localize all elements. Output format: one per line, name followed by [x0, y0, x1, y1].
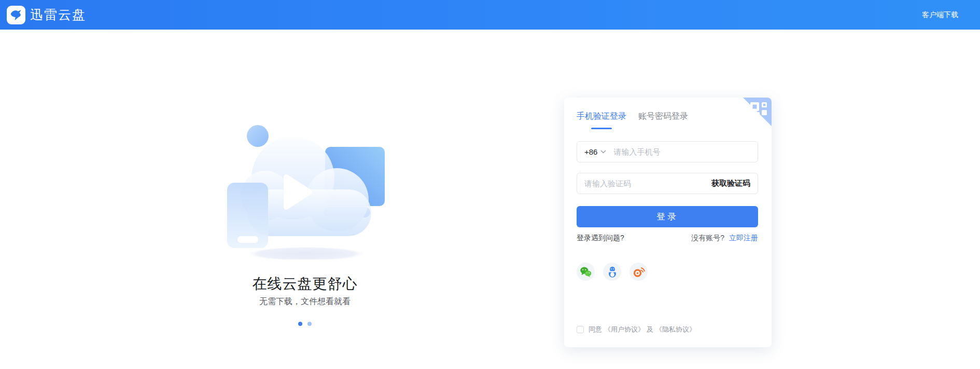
- login-trouble-link[interactable]: 登录遇到问题?: [577, 234, 624, 243]
- qr-code-icon: [743, 98, 772, 126]
- hero-title: 在线云盘更舒心: [227, 274, 383, 294]
- user-agreement-link[interactable]: 《用户协议》: [604, 325, 645, 334]
- code-field: 获取验证码: [577, 173, 758, 194]
- client-download-link[interactable]: 客户端下载: [922, 0, 958, 30]
- qq-login-button[interactable]: [603, 263, 621, 281]
- social-login-row: [577, 263, 648, 281]
- phone-field: +86: [577, 141, 758, 162]
- helper-row: 登录遇到问题? 没有账号? 立即注册: [577, 234, 758, 243]
- hero-subtitle: 无需下载，文件想看就看: [227, 296, 383, 307]
- login-card: 手机验证登录 账号密码登录 +86 获取验证码 登录 登录遇到问题? 没有账号?…: [564, 98, 772, 347]
- tab-password-login[interactable]: 账号密码登录: [638, 111, 688, 122]
- wechat-icon: [580, 266, 592, 278]
- country-code-value: +86: [584, 147, 597, 156]
- weibo-login-button[interactable]: [629, 263, 648, 281]
- tab-phone-login[interactable]: 手机验证登录: [577, 111, 626, 122]
- privacy-agreement-link[interactable]: 《隐私协议》: [655, 325, 696, 334]
- brand-title: 迅雷云盘: [30, 6, 86, 23]
- brand-logo[interactable]: 迅雷云盘: [7, 0, 86, 30]
- agreement-prefix: 同意: [589, 325, 602, 334]
- qq-icon: [607, 266, 618, 278]
- agreement-conjunction: 及: [647, 325, 653, 334]
- wechat-login-button[interactable]: [577, 263, 595, 281]
- weibo-icon: [633, 266, 645, 277]
- agreement-row: 同意 《用户协议》 及 《隐私协议》: [577, 325, 697, 334]
- cloud-play-illustration: [222, 122, 393, 259]
- chevron-down-icon: [600, 150, 606, 154]
- active-tab-underline: [591, 128, 612, 129]
- get-code-button[interactable]: 获取验证码: [711, 179, 750, 188]
- xunlei-bird-icon: [7, 6, 25, 24]
- agreement-checkbox[interactable]: [577, 326, 584, 333]
- register-link[interactable]: 立即注册: [729, 234, 758, 242]
- country-code-select[interactable]: +86: [584, 147, 606, 156]
- carousel-dot[interactable]: [298, 322, 302, 326]
- no-account-text: 没有账号?: [691, 234, 724, 242]
- phone-input[interactable]: [613, 147, 750, 156]
- login-button[interactable]: 登录: [577, 206, 758, 227]
- login-tabs: 手机验证登录 账号密码登录: [577, 111, 688, 122]
- qr-login-corner[interactable]: [743, 98, 772, 126]
- agreement-label: 同意 《用户协议》 及 《隐私协议》: [587, 325, 697, 334]
- carousel-dot[interactable]: [307, 322, 312, 326]
- app-header: 迅雷云盘 客户端下载: [0, 0, 980, 30]
- carousel-dots: [227, 322, 383, 326]
- verification-code-input[interactable]: [584, 179, 711, 188]
- register-group: 没有账号? 立即注册: [691, 234, 758, 243]
